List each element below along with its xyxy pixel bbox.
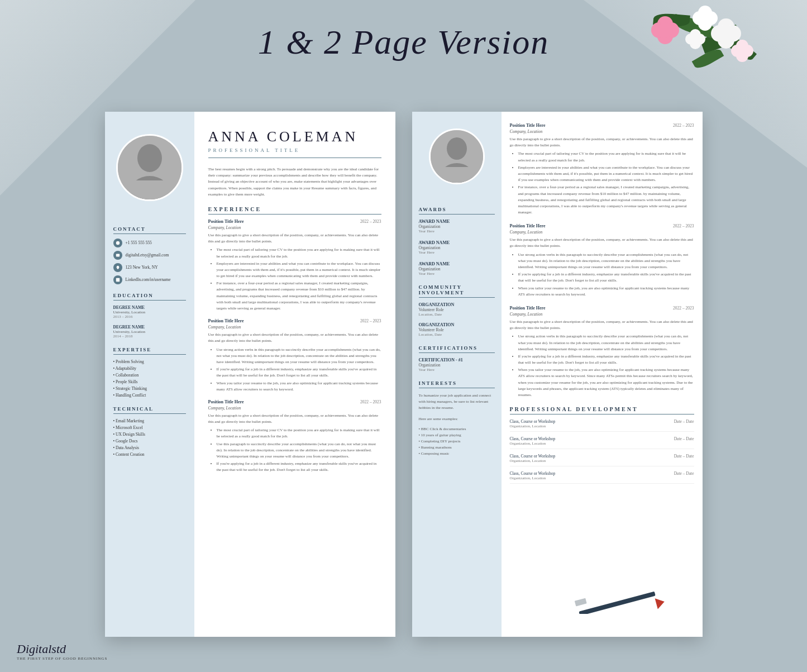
p2-job-2-b1: Use strong action verbs in this paragrap… (518, 252, 694, 271)
year-1: 2013 – 2016 (113, 314, 186, 319)
interests-section-title: INTERESTS (419, 380, 495, 388)
page1-sidebar: CONTACT +1 555 555 555 digitaltd.etsy@gm… (105, 112, 194, 637)
svg-point-1 (137, 144, 162, 172)
job-company-1: Company, Location (208, 225, 381, 230)
prof-dev-1: Class, Course or Workshop Organization, … (510, 419, 694, 432)
year-2: 2014 – 2018 (113, 334, 186, 339)
page2-sidebar-content: AWARDS AWARD NAME Organization Year Here… (412, 193, 502, 463)
experience-section-title: EXPERIENCE (208, 206, 381, 215)
svg-rect-6 (116, 278, 119, 282)
degree-name-1: DEGREE NAME (113, 305, 186, 310)
job-title-3: Position Title Here (208, 399, 244, 404)
page1-main-content: ANNA COLEMAN PROFESSIONAL TITLE The best… (194, 112, 395, 637)
main-title: 1 & 2 Page Version (258, 22, 550, 62)
job-entry-2: Position Title Here 2022 – 2023 Company,… (208, 318, 381, 393)
award-org-2: Organization (419, 245, 495, 250)
phone-text: +1 555 555 555 (126, 240, 152, 246)
p2-job-date-3: 2022 – 2023 (673, 306, 694, 311)
prof-dev-org-4: Organization, Location (510, 476, 556, 480)
technical-6: Content Creation (113, 452, 186, 457)
resume-page-1: CONTACT +1 555 555 555 digitaltd.etsy@gm… (105, 112, 395, 637)
technical-3: UX Design Skills (113, 432, 186, 437)
org-date-1: Location, Date (419, 312, 495, 317)
award-name-3: AWARD NAME (419, 261, 495, 266)
education-section-title: EDUCATION (113, 293, 186, 301)
expertise-6: Handling Conflict (113, 393, 186, 398)
technical-5: Data Analysis (113, 445, 186, 450)
page2-main-content: Position Title Here 2022 – 2023 Company,… (502, 112, 703, 637)
job-date-2: 2022 – 2023 (360, 318, 381, 323)
job-date-1: 2022 – 2023 (360, 219, 381, 224)
p2-job-date-2: 2022 – 2023 (673, 223, 694, 228)
logo-text: Digitalstd (17, 642, 107, 656)
interest-5: Composing music (419, 451, 495, 456)
job-desc-2: Use this paragraph to give a short descr… (208, 332, 381, 344)
p2-job-company-2: Company, Location (510, 230, 694, 235)
job-2-bullet-2: If you're applying for a job in a differ… (217, 366, 381, 379)
expertise-section-title: EXPERTISE (113, 347, 186, 355)
svg-point-4 (116, 241, 119, 245)
prof-dev-course-3: Class, Course or Workshop (510, 454, 556, 459)
prof-dev-org-3: Organization, Location (510, 459, 556, 463)
job-3-bullet-3: If you're applying for a job in a differ… (217, 461, 381, 473)
job-company-2: Company, Location (208, 325, 381, 330)
cert-org-1: Organization (419, 363, 495, 368)
cert-1: CERTIFICATION - #1 Organization Year Her… (419, 358, 495, 372)
phone-icon (113, 239, 122, 247)
education-item-1: DEGREE NAME University, Location 2013 – … (113, 305, 186, 319)
prof-dev-3: Class, Course or Workshop Organization, … (510, 454, 694, 466)
p2-job-date-1: 2022 – 2023 (673, 123, 694, 128)
award-3: AWARD NAME Organization Year Here (419, 261, 495, 276)
interests-note: Here are some examples: (419, 416, 495, 422)
community-2: ORGANIZATION Volunteer Role Location, Da… (419, 322, 495, 337)
award-org-1: Organization (419, 224, 495, 229)
profile-photo (116, 134, 183, 201)
community-1: ORGANIZATION Volunteer Role Location, Da… (419, 302, 495, 317)
prof-dev-section-title: PROFESSIONAL DEVELOPMENT (510, 406, 694, 414)
expertise-5: Strategic Thinking (113, 386, 186, 391)
expertise-1: Problem Solving (113, 359, 186, 364)
interest-1: BBC Click & documentaries (419, 427, 495, 431)
p2-job-desc-3: Use this paragraph to give a short descr… (510, 319, 694, 331)
p2-job-3-b1: Use strong action verbs in this paragrap… (518, 333, 694, 352)
org-role-1: Volunteer Role (419, 307, 495, 312)
job-title-2: Position Title Here (208, 318, 244, 323)
logo-subtitle: THE FIRST STEP OF GOOD BEGINNINGS (17, 656, 107, 661)
svg-rect-11 (579, 592, 655, 614)
org-name-2: ORGANIZATION (419, 322, 495, 327)
svg-rect-13 (575, 598, 587, 607)
prof-dev-4: Class, Course or Workshop Organization, … (510, 471, 694, 484)
pen-decoration (572, 592, 673, 616)
cert-name-1: CERTIFICATION - #1 (419, 358, 495, 363)
job-1-bullet-3: For instance, over a four-year period as… (217, 280, 381, 312)
job-1-bullet-2: Employers are interested in your abiliti… (217, 261, 381, 280)
job-3-bullet-1: The most crucial part of tailoring your … (217, 427, 381, 440)
technical-4: Google Docs (113, 439, 186, 444)
award-year-3: Year Here (419, 271, 495, 276)
prof-dev-date-4: Date – Date (674, 471, 694, 480)
p2-job-3-b2: If you're applying for a job in a differ… (518, 354, 694, 366)
contact-section-title: CONTACT (113, 226, 186, 234)
org-date-2: Location, Date (419, 332, 495, 337)
award-name-2: AWARD NAME (419, 240, 495, 245)
prof-dev-date-2: Date – Date (674, 436, 694, 446)
job-company-3: Company, Location (208, 406, 381, 411)
prof-dev-course-4: Class, Course or Workshop (510, 471, 556, 476)
expertise-4: People Skills (113, 379, 186, 384)
prof-dev-org-2: Organization, Location (510, 441, 556, 446)
p2-job-3-b3: When you tailor your resume to the job, … (518, 367, 694, 398)
p2-job-desc-1: Use this paragraph to give a short descr… (510, 136, 694, 149)
degree-name-2: DEGREE NAME (113, 325, 186, 330)
award-year-2: Year Here (419, 250, 495, 255)
email-icon (113, 251, 122, 260)
education-item-2: DEGREE NAME University, Location 2014 – … (113, 325, 186, 339)
p2-job-company-1: Company, Location (510, 129, 694, 134)
award-1: AWARD NAME Organization Year Here (419, 219, 495, 233)
award-year-1: Year Here (419, 229, 495, 233)
p2-job-title-1: Position Title Here (510, 123, 546, 128)
p2-job-desc-2: Use this paragraph to give a short descr… (510, 237, 694, 249)
job-title-1: Position Title Here (208, 219, 244, 224)
svg-rect-10 (431, 167, 483, 183)
contact-phone: +1 555 555 555 (113, 239, 186, 247)
resume-professional-title: PROFESSIONAL TITLE (208, 147, 381, 158)
